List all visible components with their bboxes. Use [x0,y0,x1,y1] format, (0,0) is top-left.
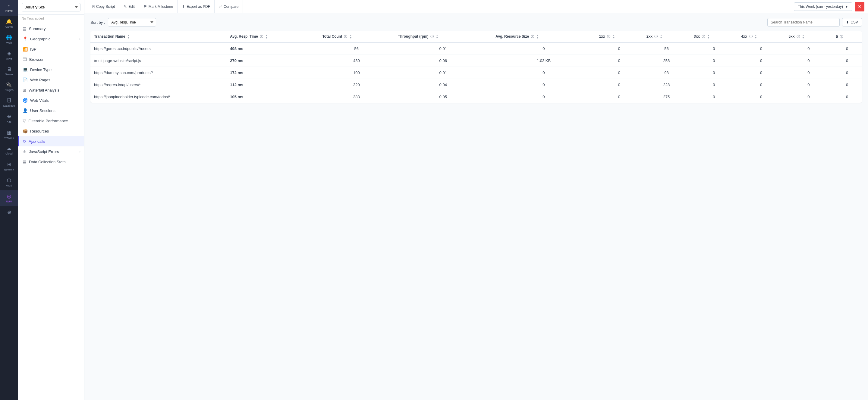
throughput-info-icon[interactable]: ⓘ [430,35,434,38]
nav-database[interactable]: 🗄 Database [0,95,18,110]
sort-icons-3xx[interactable]: ▲ ▼ [707,34,710,39]
cell-avg-resource-size-3: 0 [492,79,595,91]
delivery-site-select[interactable]: Delivery Site Custom Site [22,3,81,11]
sidebar-item-resources[interactable]: 📦 Resources [18,126,84,136]
nav-k8s[interactable]: ☸ K8s [0,110,18,127]
toolbar-right: This Week (sun - yesterday) ▼ X [794,2,864,11]
sort-icons-throughput[interactable]: ▲ ▼ [436,34,438,39]
4xx-info-icon[interactable]: ⓘ [749,35,752,38]
compare-button[interactable]: ⇌ Compare [215,0,243,13]
mark-milestone-button[interactable]: ⚑ Mark Milestone [139,0,178,13]
nav-aws[interactable]: ⬡ AWS [0,174,18,190]
avg-resource-size-info-icon[interactable]: ⓘ [531,35,534,38]
resources-icon: 📦 [23,129,28,133]
cell-transaction-name-2: https://dummyjson.com/products/* [90,67,226,79]
sort-desc-throughput-icon[interactable]: ▼ [436,37,438,39]
nav-web-label: Web [6,41,12,44]
sort-desc-4xx-icon[interactable]: ▼ [755,37,757,39]
sidebar-item-web-vitals[interactable]: 🌀 Web Vitals [18,95,84,105]
main-panel: ⎘ Copy Script ✎ Edit ⚑ Mark Milestone ⬇ … [84,0,868,400]
nav-rum[interactable]: ◎ RUM [0,190,18,206]
js-errors-label: JavaScript Errors [29,149,59,154]
total-count-info-icon[interactable]: ⓘ [344,35,347,38]
sort-icons-resp[interactable]: ▲ ▼ [266,34,268,39]
cell-avg-resource-size-0: 0 [492,42,595,55]
sort-desc-count-icon[interactable]: ▼ [350,37,352,39]
sort-desc-2xx-icon[interactable]: ▼ [660,37,662,39]
nav-network[interactable]: ⊞ Network [0,159,18,174]
date-picker-chevron-icon: ▼ [845,4,848,9]
date-picker-button[interactable]: This Week (sun - yesterday) ▼ [794,2,852,11]
sort-icons-size[interactable]: ▲ ▼ [536,34,539,39]
copy-script-button[interactable]: ⎘ Copy Script [88,0,119,13]
nav-plugins[interactable]: 🔌 Plugins [0,79,18,95]
nav-home[interactable]: ⌂ Home [0,0,18,16]
sort-icons-4xx[interactable]: ▲ ▼ [755,34,757,39]
sort-icons-5xx[interactable]: ▲ ▼ [802,34,804,39]
sidebar-item-web-pages[interactable]: 📄 Web Pages [18,75,84,85]
sidebar-item-user-sessions[interactable]: 👤 User Sessions [18,105,84,116]
nav-cloud[interactable]: ☁ Cloud [0,142,18,159]
sidebar-item-javascript-errors[interactable]: ⚠ JavaScript Errors › [18,146,84,157]
edit-label: Edit [128,4,135,9]
3xx-info-icon[interactable]: ⓘ [702,35,705,38]
cell-5xx-1: 0 [785,55,832,67]
sort-icons[interactable]: ▲ ▼ [127,34,130,39]
sort-icons-count[interactable]: ▲ ▼ [350,34,352,39]
table-header-row: Transaction Name ▲ ▼ Avg. Resp. Time ⓘ ▲… [90,31,862,42]
nav-apm-label: APM [6,58,12,61]
cell-2xx-2: 98 [643,67,690,79]
sort-icons-2xx[interactable]: ▲ ▼ [660,34,662,39]
sidebar-item-waterfall-analysis[interactable]: ⊞ Waterfall Analysis [18,85,84,95]
sort-desc-3xx-icon[interactable]: ▼ [707,37,710,39]
sort-desc-size-icon[interactable]: ▼ [536,37,539,39]
sidebar-item-browser[interactable]: 🗔 Browser [18,54,84,64]
download-icon: ⬇ [846,20,849,24]
avg-resp-time-info-icon[interactable]: ⓘ [260,35,263,38]
sidebar-item-isp[interactable]: 📶 ISP [18,44,84,54]
sidebar-item-summary[interactable]: ▤ Summary [18,24,84,34]
web-pages-label: Web Pages [30,78,50,82]
sidebar-item-data-collection-stats[interactable]: ▤ Data Collection Stats [18,157,84,167]
1xx-info-icon[interactable]: ⓘ [607,35,610,38]
5xx-info-icon[interactable]: ⓘ [797,35,800,38]
sort-desc-5xx-icon[interactable]: ▼ [802,37,804,39]
nav-vmware[interactable]: ▦ VMware [0,127,18,142]
sidebar-item-ajax-calls[interactable]: ↺ Ajax calls [18,136,84,146]
home-icon: ⌂ [7,3,10,8]
nav-server[interactable]: 🖥 Server [0,64,18,79]
sidebar-item-device-type[interactable]: 💻 Device Type [18,64,84,75]
sidebar-item-filterable-performance[interactable]: ▽ Filterable Performance [18,116,84,126]
2xx-info-icon[interactable]: ⓘ [654,35,658,38]
0xx-info-icon[interactable]: ⓘ [840,35,843,39]
sort-group: Sort by : Avg.Resp.Time Total Count Thro… [90,18,156,27]
nav-home-label: Home [5,10,13,13]
plugins-icon: 🔌 [6,82,12,88]
device-type-label: Device Type [30,67,52,72]
close-icon: X [858,4,861,9]
nav-alarms[interactable]: 🔔 Alarms [0,16,18,32]
nav-web[interactable]: 🌐 Web [0,32,18,47]
csv-button[interactable]: ⬇ CSV [842,18,862,27]
sort-icons-1xx[interactable]: ▲ ▼ [613,34,615,39]
cell-0xx-4: 0 [832,91,862,103]
sort-desc-1xx-icon[interactable]: ▼ [613,37,615,39]
nav-apm[interactable]: ◈ APM [0,47,18,64]
export-pdf-button[interactable]: ⬇ Export as PDF [178,0,215,13]
search-input[interactable] [767,18,840,27]
cell-1xx-2: 0 [595,67,643,79]
sort-desc-resp-icon[interactable]: ▼ [266,37,268,39]
sort-select[interactable]: Avg.Resp.Time Total Count Throughput (rp… [108,18,156,27]
web-vitals-label: Web Vitals [30,98,49,103]
close-button[interactable]: X [855,2,864,11]
sidebar-item-geographic[interactable]: 📍 Geographic › [18,34,84,44]
cell-avg-resource-size-4: 0 [492,91,595,103]
content-area: Sort by : Avg.Resp.Time Total Count Thro… [84,13,868,400]
cell-throughput-2: 0.01 [394,67,492,79]
cell-2xx-0: 56 [643,42,690,55]
nav-more[interactable]: ⊕ [0,206,18,218]
nav-rum-label: RUM [6,200,12,203]
cell-1xx-3: 0 [595,79,643,91]
sort-desc-icon[interactable]: ▼ [127,37,130,39]
edit-button[interactable]: ✎ Edit [119,0,139,13]
